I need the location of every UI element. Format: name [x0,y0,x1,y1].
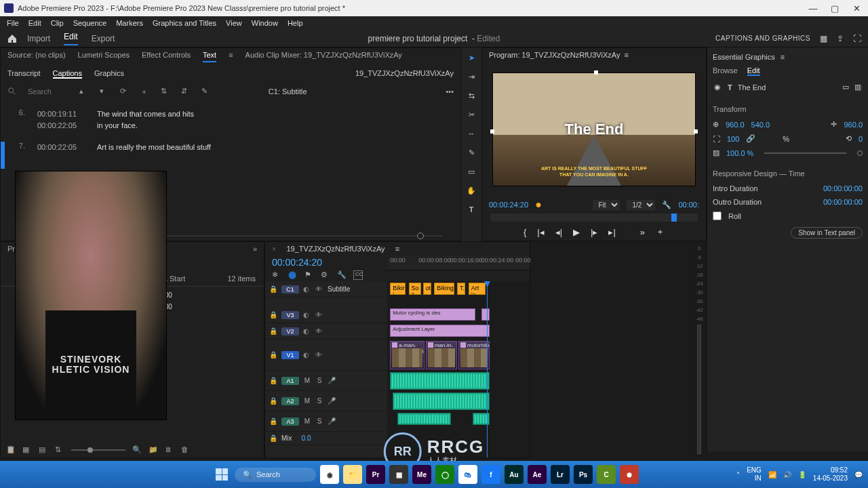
icon-view-icon[interactable]: ▦ [22,445,32,455]
next-caption-icon[interactable]: ▾ [100,87,109,96]
taskbar-premiere[interactable]: Pr [366,465,385,484]
more-transport-icon[interactable]: » [640,227,645,237]
pen-tool-icon[interactable]: ✎ [465,146,477,159]
taskbar-ps[interactable]: Ps [574,465,593,484]
step-back-icon[interactable]: ◂| [555,227,562,237]
taskbar-search[interactable]: 🔍Search [235,468,316,482]
caption-row-selected[interactable]: 7. 00:00:22:05 Art is really the most be… [9,136,452,159]
graphic-title-text[interactable]: The End [565,121,624,138]
clip-a3-1[interactable] [397,413,452,425]
caption-menu-icon[interactable]: ••• [446,87,454,96]
eg-menu-icon[interactable]: ≡ [781,53,785,61]
search-icon[interactable] [7,87,17,96]
subtab-transcript[interactable]: Transcript [7,69,41,79]
playhead[interactable] [487,281,488,458]
taskbar-app[interactable]: ▦ [389,465,408,484]
mark-in-icon[interactable]: { [524,227,526,237]
clip-v3[interactable]: Motor cycling is des [390,308,475,321]
timeline-menu-icon[interactable]: ≡ [395,245,399,253]
eg-tab-browse[interactable]: Browse [713,66,738,76]
razor-tool-icon[interactable]: ✂ [465,108,477,121]
play-icon[interactable]: ▶ [573,227,580,237]
tray-volume-icon[interactable]: 🔊 [783,471,791,479]
resolution-select[interactable]: 1/2 [627,200,655,210]
track-header-a1[interactable]: 🔒A1MS🎤 [265,371,387,391]
clip-a1[interactable] [390,372,490,390]
visibility-icon[interactable]: ◉ [714,83,722,92]
refresh-icon[interactable]: ⟳ [120,87,130,96]
snap-icon[interactable]: ❄ [272,270,281,280]
tray-battery-icon[interactable]: 🔋 [798,471,806,479]
merge-caption-icon[interactable]: ⇵ [181,87,191,96]
track-header-v1[interactable]: 🔒V1◐👁 [265,340,387,371]
menu-help[interactable]: Help [288,19,303,27]
type-tool-icon[interactable]: T [465,203,477,216]
track-header-a2[interactable]: 🔒A2MS🎤 [265,391,387,411]
menu-file[interactable]: File [7,19,19,27]
quick-export-icon[interactable]: ▦ [820,34,827,43]
minimize-button[interactable]: — [808,3,818,14]
taskbar-xbox[interactable]: ◯ [435,465,454,484]
scale-val[interactable]: 100 [727,135,739,143]
clip-v2[interactable]: Adjustment Layer [390,325,490,337]
menu-view[interactable]: View [226,19,242,27]
intro-val[interactable]: 00:00:00:00 [823,184,863,192]
settings-icon[interactable]: ⚙ [321,270,330,280]
wrench-icon[interactable]: 🔧 [337,270,347,280]
clip-v1-3[interactable]: motorbike-rider- [458,341,490,369]
caption-row[interactable]: 6. 00:00:19:1100:00:22:05 The wind that … [9,103,452,136]
program-menu-icon[interactable]: ≡ [624,51,628,59]
search-input[interactable] [28,87,68,96]
menu-clip[interactable]: Clip [51,19,64,27]
rotation-val[interactable]: 0 [859,135,863,143]
freeform-view-icon[interactable]: ▤ [39,445,48,455]
rectangle-tool-icon[interactable]: ▭ [465,165,477,178]
eg-tab-edit[interactable]: Edit [747,66,760,76]
taskbar-explorer[interactable]: 📁 [343,465,362,484]
new-bin-icon[interactable]: 📁 [149,445,158,455]
maximize-button[interactable]: ▢ [830,3,840,14]
tray-notifications-icon[interactable]: 💬 [854,471,863,479]
panel-overflow-icon[interactable]: » [253,245,257,253]
split-caption-icon[interactable]: ⇅ [161,87,170,96]
outro-val[interactable]: 00:00:00:00 [823,198,863,206]
clip-v1-2[interactable]: man-in-helmet-r [426,341,457,369]
timeline-tracks[interactable]: Biking i... So it... ot... Biking... T..… [387,281,530,458]
slip-tool-icon[interactable]: ↔ [465,127,477,140]
timeline-ruler[interactable]: 00:00 00:00:08:00 00:00:16:00 00:00:24:0… [387,256,530,270]
tray-clock[interactable]: 09:5214-05-2023 [813,466,848,483]
menu-markers[interactable]: Markers [116,19,143,27]
start-button[interactable] [213,466,231,483]
step-forward-icon[interactable]: |▸ [591,227,597,237]
add-button-icon[interactable]: ＋ [656,226,665,238]
taskbar-rec[interactable]: ⏺ [620,465,639,484]
track-header-v3[interactable]: 🔒V3◐👁 [265,307,387,323]
taskbar-camtasia[interactable]: C [597,465,616,484]
subtab-graphics[interactable]: Graphics [94,69,124,79]
cc-icon[interactable]: CC [353,270,363,280]
taskbar-ae[interactable]: Ae [528,465,547,484]
clip-a2[interactable] [393,392,490,410]
menu-sequence[interactable]: Sequence [73,19,107,27]
taskbar-lr[interactable]: Lr [551,465,570,484]
tab-effect-controls[interactable]: Effect Controls [142,51,191,62]
program-timecode[interactable]: 00:00:24:20 [489,201,528,209]
link-icon[interactable]: 🔗 [746,134,755,143]
caption-track-label[interactable]: C1: Subtitle [269,87,307,96]
eg-layer-row[interactable]: ◉ T The End ▭ ▥ [713,79,863,96]
show-in-text-panel-button[interactable]: Show in Text panel [791,227,863,239]
subtab-captions[interactable]: Captions [53,69,82,79]
sort-icon[interactable]: ⇅ [55,445,64,455]
tray-wifi-icon[interactable]: 📶 [768,471,776,479]
timeline-timecode[interactable]: 00:00:24:20 [265,256,387,269]
track-header-v2[interactable]: 🔒V2◐👁 [265,323,387,340]
list-view-icon[interactable]: 📋 [6,445,16,455]
timeline-sequence-name[interactable]: 19_TVZJXzQzNzRfU3ViXzAy [287,245,385,253]
selection-tool-icon[interactable]: ➤ [465,52,477,64]
opacity-val[interactable]: 100.0 % [726,149,753,157]
anchor-val[interactable]: 960.0 [844,121,863,129]
track-header-c1[interactable]: 🔒C1◐👁Subtitle [265,281,387,298]
prev-caption-icon[interactable]: ▴ [79,87,89,96]
thumbnail-size-slider[interactable] [71,449,125,451]
edit-caption-icon[interactable]: ✎ [201,87,211,96]
